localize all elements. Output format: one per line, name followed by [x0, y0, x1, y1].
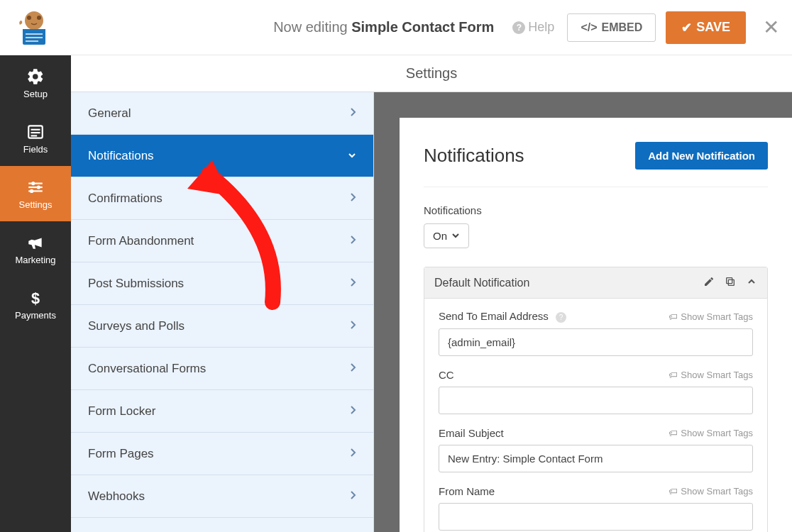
smart-tags-link[interactable]: 🏷Show Smart Tags — [669, 311, 753, 322]
form-name: Simple Contact Form — [351, 19, 494, 35]
settings-item-webhooks[interactable]: Webhooks — [71, 475, 373, 518]
fromname-label: From Name — [439, 485, 495, 497]
help-icon: ? — [512, 21, 525, 34]
left-rail: Setup Fields Settings Marketing $ Paymen… — [0, 55, 71, 532]
wpforms-logo — [13, 6, 55, 49]
chevron-right-icon — [349, 234, 356, 248]
svg-text:$: $ — [31, 289, 40, 306]
content-title: Settings — [71, 55, 792, 92]
settings-item-label: Post Submissions — [88, 277, 184, 291]
svg-point-15 — [37, 185, 40, 189]
chevron-up-icon[interactable] — [746, 276, 757, 289]
smart-tags-link[interactable]: 🏷Show Smart Tags — [669, 428, 753, 438]
chevron-down-icon — [451, 230, 460, 242]
rail-marketing-label: Marketing — [15, 255, 55, 265]
chevron-right-icon — [349, 192, 356, 206]
smart-tags-link[interactable]: 🏷Show Smart Tags — [669, 486, 753, 497]
now-editing: Now editing Simple Contact Form — [55, 19, 494, 35]
notification-card: Default Notification Send To Email Addre… — [424, 267, 768, 532]
settings-item-label: Surveys and Polls — [88, 319, 185, 333]
chevron-right-icon — [349, 277, 356, 291]
chevron-down-icon — [348, 149, 356, 163]
chevron-right-icon — [349, 319, 356, 333]
settings-item-post-submissions[interactable]: Post Submissions — [71, 262, 373, 305]
rail-payments-label: Payments — [15, 310, 56, 321]
cc-label: CC — [439, 369, 454, 381]
edit-icon[interactable] — [703, 276, 715, 289]
svg-rect-7 — [26, 40, 38, 42]
settings-item-label: Form Locker — [88, 404, 155, 419]
smart-tags-link[interactable]: 🏷Show Smart Tags — [669, 370, 753, 380]
chevron-right-icon — [349, 362, 356, 376]
info-icon[interactable]: ? — [556, 312, 566, 323]
embed-button[interactable]: </> EMBED — [567, 13, 656, 42]
cc-input[interactable] — [439, 387, 753, 414]
check-icon: ✔ — [681, 20, 692, 35]
add-notification-button[interactable]: Add New Notification — [635, 142, 768, 170]
settings-item-label: Webhooks — [88, 489, 145, 504]
settings-item-form-pages[interactable]: Form Pages — [71, 433, 373, 475]
save-button[interactable]: ✔ SAVE — [666, 11, 746, 44]
settings-item-form-locker[interactable]: Form Locker — [71, 390, 373, 433]
notifications-toggle[interactable]: On — [424, 223, 469, 248]
close-icon[interactable]: ✕ — [763, 16, 779, 39]
chevron-right-icon — [349, 447, 356, 461]
svg-rect-19 — [728, 279, 734, 285]
toggle-label: Notifications — [424, 204, 768, 216]
dollar-icon: $ — [26, 289, 45, 307]
settings-item-form-abandonment[interactable]: Form Abandonment — [71, 220, 373, 262]
tag-icon: 🏷 — [669, 428, 678, 438]
toggle-value: On — [433, 230, 447, 242]
svg-point-2 — [37, 16, 41, 20]
settings-item-label: Form Pages — [88, 447, 154, 461]
settings-item-surveys-and-polls[interactable]: Surveys and Polls — [71, 305, 373, 348]
settings-item-label: Form Abandonment — [88, 234, 194, 248]
svg-rect-20 — [727, 278, 732, 284]
chevron-right-icon — [349, 489, 356, 504]
settings-item-general[interactable]: General — [71, 92, 373, 135]
fromname-input[interactable] — [439, 503, 753, 531]
embed-label: EMBED — [602, 21, 643, 34]
settings-item-label: Confirmations — [88, 192, 163, 206]
card-title: Default Notification — [434, 277, 703, 289]
sendto-label: Send To Email Address ? — [439, 310, 566, 323]
settings-item-confirmations[interactable]: Confirmations — [71, 177, 373, 220]
settings-list: GeneralNotificationsConfirmationsForm Ab… — [71, 92, 374, 532]
sendto-input[interactable] — [439, 328, 753, 356]
bullhorn-icon — [26, 233, 45, 252]
settings-item-label: General — [88, 106, 131, 121]
chevron-right-icon — [349, 404, 356, 419]
gear-icon — [26, 67, 45, 86]
svg-point-13 — [31, 181, 35, 184]
chevron-right-icon — [349, 106, 356, 121]
rail-settings-label: Settings — [19, 199, 53, 210]
tag-icon: 🏷 — [669, 486, 678, 497]
svg-point-0 — [25, 11, 43, 30]
svg-rect-4 — [23, 29, 45, 32]
tag-icon: 🏷 — [669, 311, 678, 322]
settings-item-notifications[interactable]: Notifications — [71, 135, 373, 177]
svg-rect-6 — [26, 37, 43, 38]
help-label: Help — [528, 20, 554, 35]
copy-icon[interactable] — [725, 276, 736, 289]
rail-marketing[interactable]: Marketing — [0, 221, 71, 277]
rail-fields[interactable]: Fields — [0, 111, 71, 166]
help-link[interactable]: ? Help — [512, 20, 554, 35]
tag-icon: 🏷 — [669, 370, 678, 380]
list-icon — [26, 123, 45, 141]
code-icon: </> — [581, 21, 597, 34]
save-label: SAVE — [696, 20, 730, 35]
svg-rect-5 — [26, 33, 43, 35]
rail-settings[interactable]: Settings — [0, 166, 71, 221]
sliders-icon — [26, 178, 45, 196]
settings-item-label: Conversational Forms — [88, 362, 206, 376]
rail-setup[interactable]: Setup — [0, 55, 71, 111]
panel-title: Notifications — [424, 145, 524, 167]
settings-item-conversational-forms[interactable]: Conversational Forms — [71, 348, 373, 390]
settings-item-label: Notifications — [88, 149, 154, 163]
detail-panel: Notifications Add New Notification Notif… — [400, 118, 792, 532]
rail-fields-label: Fields — [23, 144, 48, 155]
subject-label: Email Subject — [439, 427, 504, 439]
subject-input[interactable] — [439, 445, 753, 472]
rail-payments[interactable]: $ Payments — [0, 277, 71, 332]
